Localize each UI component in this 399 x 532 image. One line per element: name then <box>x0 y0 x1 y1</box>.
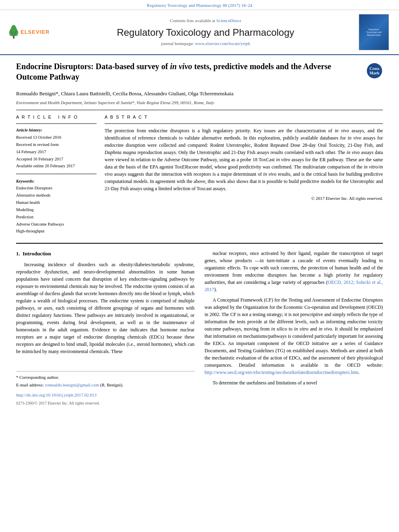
elsevier-tree-icon <box>8 25 19 39</box>
right-para-3: To determine the usefulness and limitati… <box>205 379 383 386</box>
right-para-2: A Conceptual Framework (CF) for the Test… <box>205 296 383 376</box>
doi-section: http://dx.doi.org/10.1016/j.yrtph.2017.0… <box>16 392 195 398</box>
svg-point-4 <box>11 25 16 32</box>
article-info-header: A R T I C L E I N F O <box>16 114 97 120</box>
issn-bar: 0273-2300/© 2017 Elsevier Inc. All right… <box>16 400 195 406</box>
article-history: Article history: Received 13 October 201… <box>16 127 97 170</box>
body-right-col: nuclear receptors, once activated by the… <box>205 250 383 406</box>
abstract-column: A B S T R A C T The protection from endo… <box>105 114 383 235</box>
abstract-text: The protection from endocrine disruptors… <box>105 127 383 192</box>
footnote-section: * Corresponding author. E-mail address: … <box>16 371 195 388</box>
authors: Romualdo Benigni*, Chiara Laura Battiste… <box>16 90 383 97</box>
info-abstract-section: A R T I C L E I N F O Article history: R… <box>16 114 383 235</box>
journal-reference: Regulatory Toxicology and Pharmacology 8… <box>0 0 399 10</box>
journal-cover: RegulatoryToxicology andPharmacology <box>359 14 391 50</box>
abstract-header: A B S T R A C T <box>105 114 383 120</box>
body-section: 1. Introduction Increasing incidence of … <box>16 243 383 406</box>
body-two-col: 1. Introduction Increasing incidence of … <box>16 250 383 406</box>
right-para-1: nuclear receptors, once activated by the… <box>205 250 383 293</box>
journal-title: Regulatory Toxicology and Pharmacology <box>56 26 355 39</box>
oecd-website-link[interactable]: http://www.oecd.org/env/ehs/testing/oecd… <box>205 370 359 375</box>
intro-heading: 1. Introduction <box>16 250 195 258</box>
abstract-copyright: © 2017 Elsevier Inc. All rights reserved… <box>105 195 383 201</box>
email-link[interactable]: romualdo.benigni@gmail.com <box>45 382 99 387</box>
article-title-text: Endocrine Disruptors: Data-based survey … <box>16 61 361 82</box>
crossmark-icon: CrossMark <box>367 63 382 78</box>
footnote-corresponding: * Corresponding author. <box>16 374 195 381</box>
abstract-divider <box>105 123 383 124</box>
science-direct-line: Contents lists available at ScienceDirec… <box>56 18 355 24</box>
article-info-column: A R T I C L E I N F O Article history: R… <box>16 114 97 235</box>
info-divider <box>16 123 97 124</box>
elsevier-logo: ELSEVIER <box>8 25 52 39</box>
body-left-col: 1. Introduction Increasing incidence of … <box>16 250 195 406</box>
keywords-section: Keywords: Endocrine Disruptors Alternati… <box>16 174 97 235</box>
journal-header: ELSEVIER Contents lists available at Sci… <box>0 10 399 55</box>
keywords-list: Endocrine Disruptors Alternative methods… <box>16 185 97 235</box>
divider <box>16 110 383 110</box>
elsevier-text: ELSEVIER <box>21 29 49 36</box>
footnote-email: E-mail address: romualdo.benigni@gmail.c… <box>16 382 195 388</box>
journal-cover-image: RegulatoryToxicology andPharmacology <box>359 14 389 50</box>
elsevier-logo-container: ELSEVIER <box>8 25 52 39</box>
doi-link[interactable]: http://dx.doi.org/10.1016/j.yrtph.2017.0… <box>16 392 195 398</box>
science-direct-link[interactable]: ScienceDirect <box>216 18 241 23</box>
homepage-link[interactable]: www.elsevier.com/locate/yrtph <box>195 41 250 46</box>
intro-para-1: Increasing incidence of disorders such a… <box>16 261 195 355</box>
article-title-section: Endocrine Disruptors: Data-based survey … <box>16 61 383 86</box>
affiliation: Environment and Health Department, Istit… <box>16 100 383 106</box>
keywords-divider <box>16 174 97 174</box>
crossmark-badge[interactable]: CrossMark <box>367 63 383 79</box>
oecd-link[interactable]: OECD, 2012; Solecki et al., 2017 <box>205 279 383 292</box>
article-content: Endocrine Disruptors: Data-based survey … <box>0 55 399 412</box>
journal-title-center: Contents lists available at ScienceDirec… <box>56 18 355 47</box>
article-title: Endocrine Disruptors: Data-based survey … <box>16 61 361 82</box>
journal-homepage: journal homepage: www.elsevier.com/locat… <box>56 41 355 47</box>
